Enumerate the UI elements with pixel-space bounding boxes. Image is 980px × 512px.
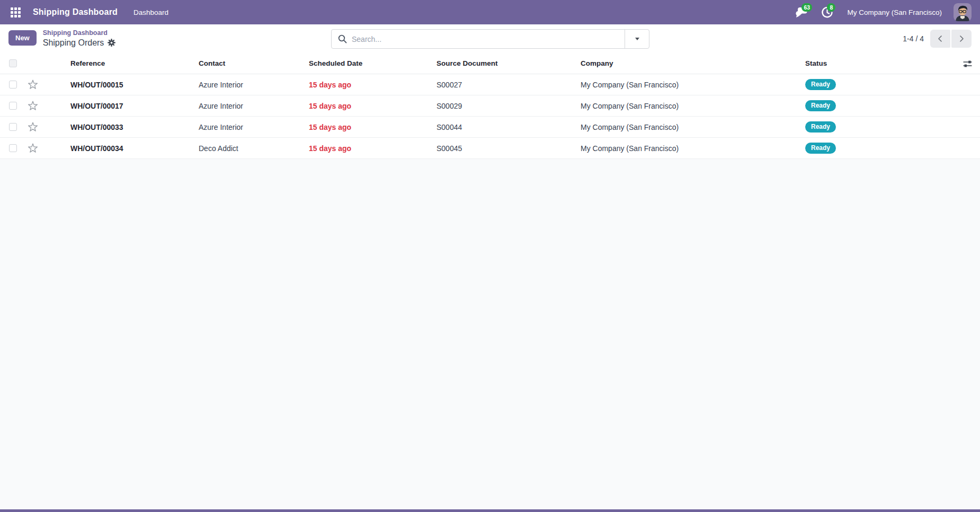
cell-company: My Company (San Francisco) — [581, 81, 805, 89]
column-header-status[interactable]: Status — [805, 59, 980, 67]
apps-menu-button[interactable] — [6, 3, 24, 21]
activities-button[interactable]: 8 — [816, 0, 838, 24]
cell-contact: Azure Interior — [199, 102, 309, 110]
current-app-name[interactable]: Shipping Dashboard — [30, 7, 121, 17]
status-badge: Ready — [805, 143, 836, 153]
pager-previous-button[interactable] — [930, 30, 950, 48]
empty-content-area — [0, 159, 980, 509]
cell-scheduled-date: 15 days ago — [309, 144, 436, 153]
messages-button[interactable]: 63 — [791, 0, 812, 24]
cell-company: My Company (San Francisco) — [581, 102, 805, 110]
table-row[interactable]: WH/OUT/00034 Deco Addict 15 days ago S00… — [0, 138, 980, 159]
avatar — [954, 3, 972, 21]
column-header-scheduled-date[interactable]: Scheduled Date — [309, 59, 436, 67]
row-checkbox[interactable] — [9, 144, 17, 152]
cell-reference: WH/OUT/00017 — [47, 102, 199, 110]
cell-company: My Company (San Francisco) — [581, 144, 805, 153]
column-header-reference[interactable]: Reference — [47, 59, 199, 67]
cell-source-document: S00045 — [436, 144, 581, 153]
new-button[interactable]: New — [8, 30, 37, 46]
caret-down-icon — [635, 38, 639, 40]
chevron-right-icon — [959, 35, 964, 42]
status-badge: Ready — [805, 121, 836, 132]
breadcrumb-area: New Shipping Dashboard Shipping Orders — [8, 29, 115, 48]
navbar-right: 63 8 My Company (San Francisco) — [791, 0, 974, 24]
column-header-company[interactable]: Company — [581, 59, 805, 67]
search-input[interactable] — [352, 35, 618, 43]
search-icon — [338, 34, 347, 43]
status-badge: Ready — [805, 100, 836, 111]
column-settings-button[interactable] — [963, 53, 973, 74]
star-icon — [28, 143, 38, 153]
company-switcher[interactable]: My Company (San Francisco) — [842, 0, 947, 24]
cell-source-document: S00027 — [436, 81, 581, 89]
navbar-left: Shipping Dashboard Dashboard — [6, 0, 176, 24]
cell-contact: Deco Addict — [199, 144, 309, 153]
breadcrumb-parent-link[interactable]: Shipping Dashboard — [43, 29, 116, 38]
cell-scheduled-date: 15 days ago — [309, 123, 436, 131]
cell-contact: Azure Interior — [199, 123, 309, 131]
favorite-star-button[interactable] — [23, 143, 47, 153]
messages-count-badge: 63 — [801, 3, 812, 12]
cell-reference: WH/OUT/00015 — [47, 81, 199, 89]
sliders-icon — [963, 60, 973, 68]
cell-scheduled-date: 15 days ago — [309, 102, 436, 110]
pager-next-button[interactable] — [951, 30, 972, 48]
cell-scheduled-date: 15 days ago — [309, 81, 436, 89]
row-checkbox[interactable] — [9, 102, 17, 110]
star-icon — [28, 122, 38, 132]
table-row[interactable]: WH/OUT/00033 Azure Interior 15 days ago … — [0, 117, 980, 138]
favorite-star-button[interactable] — [23, 80, 47, 90]
user-menu-button[interactable] — [951, 3, 974, 21]
activities-count-badge: 8 — [827, 3, 835, 12]
status-badge: Ready — [805, 79, 836, 90]
favorite-star-button[interactable] — [23, 122, 47, 132]
table-row[interactable]: WH/OUT/00017 Azure Interior 15 days ago … — [0, 95, 980, 117]
page-title: Shipping Orders — [43, 38, 104, 48]
cell-source-document: S00029 — [436, 102, 581, 110]
row-checkbox[interactable] — [9, 123, 17, 131]
cell-contact: Azure Interior — [199, 81, 309, 89]
select-all-checkbox[interactable] — [9, 59, 17, 67]
gear-icon — [108, 39, 115, 47]
star-icon — [28, 101, 38, 111]
pager: 1-4 / 4 — [903, 30, 972, 48]
favorite-star-button[interactable] — [23, 101, 47, 111]
table-header-row: Reference Contact Scheduled Date Source … — [0, 53, 980, 74]
star-icon — [28, 80, 38, 90]
column-header-contact[interactable]: Contact — [199, 59, 309, 67]
chevron-left-icon — [938, 35, 943, 42]
search-filters-toggle[interactable] — [625, 30, 649, 48]
apps-grid-icon — [11, 7, 21, 17]
cell-reference: WH/OUT/00034 — [47, 144, 199, 153]
search-bar — [331, 29, 649, 49]
row-checkbox[interactable] — [9, 81, 17, 89]
table-row[interactable]: WH/OUT/00015 Azure Interior 15 days ago … — [0, 74, 980, 95]
nav-menu-dashboard[interactable]: Dashboard — [126, 0, 176, 24]
breadcrumb: Shipping Dashboard Shipping Orders — [43, 29, 116, 48]
search-input-area — [332, 30, 625, 48]
control-panel: New Shipping Dashboard Shipping Orders — [0, 24, 980, 53]
pager-range[interactable]: 1-4 / 4 — [903, 34, 924, 43]
shipping-orders-list: Reference Contact Scheduled Date Source … — [0, 53, 980, 159]
cell-company: My Company (San Francisco) — [581, 123, 805, 131]
bottom-accent-strip — [0, 509, 980, 512]
column-header-source-document[interactable]: Source Document — [436, 59, 581, 67]
cell-source-document: S00044 — [436, 123, 581, 131]
top-navbar: Shipping Dashboard Dashboard 63 8 My Com… — [0, 0, 980, 24]
actions-gear-button[interactable] — [108, 39, 115, 47]
cell-reference: WH/OUT/00033 — [47, 123, 199, 131]
